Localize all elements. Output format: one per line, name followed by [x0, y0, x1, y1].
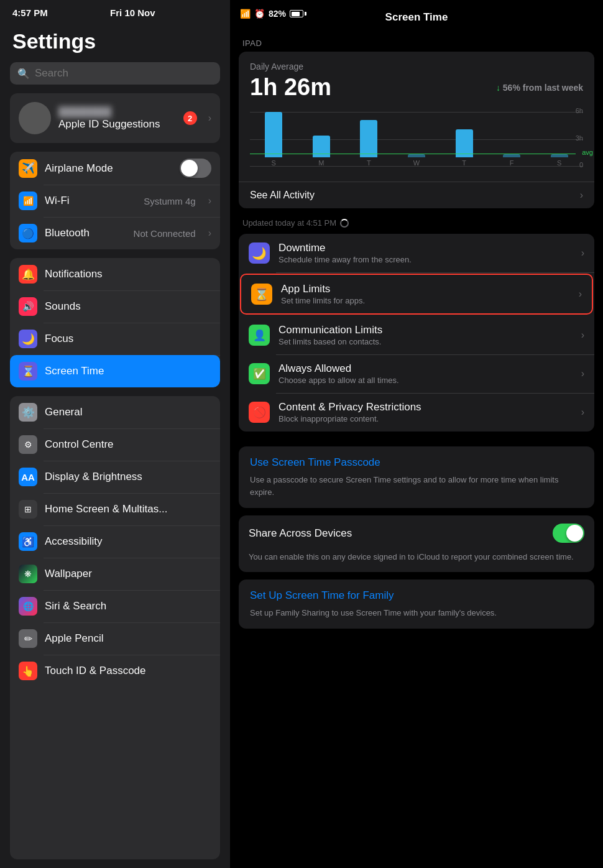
applepencil-icon: ✏	[19, 629, 37, 648]
menu-item-commlimits[interactable]: 👤 Communication Limits Set limits based …	[239, 316, 594, 354]
day-label-m: M	[318, 159, 324, 167]
alwaysallowed-subtitle: Choose apps to allow at all times.	[278, 376, 573, 385]
bar-wednesday-fill	[408, 154, 425, 157]
notifications-icon: 🔔	[19, 265, 37, 284]
day-label-t2: T	[462, 159, 466, 167]
downtime-icon: 🌙	[249, 242, 270, 264]
general-section: ⚙️ General ⚙ Control Centre AA Display &…	[10, 396, 220, 859]
screentime-options-card: 🌙 Downtime Schedule time away from the s…	[239, 234, 594, 432]
bar-monday: M	[313, 112, 330, 167]
touchid-icon: 👆	[19, 662, 37, 680]
loading-spinner	[340, 219, 349, 228]
passcode-label: Use Screen Time Passcode	[250, 456, 583, 469]
battery-icon	[290, 10, 306, 17]
sidebar-item-sirisearch[interactable]: 🌐 Siri & Search	[10, 590, 220, 622]
sidebar-item-sounds[interactable]: 🔊 Sounds	[10, 290, 220, 323]
sidebar-item-wallpaper[interactable]: ❋ Wallpaper	[10, 558, 220, 590]
bar-saturday: S	[551, 112, 568, 167]
sidebar-item-displaybrightness[interactable]: AA Display & Brightness	[10, 461, 220, 493]
sidebar-item-focus[interactable]: 🌙 Focus	[10, 323, 220, 355]
search-bar[interactable]: 🔍	[10, 62, 220, 85]
airplane-toggle[interactable]	[180, 159, 211, 178]
displaybrightness-label: Display & Brightness	[45, 471, 211, 483]
share-toggle[interactable]	[553, 524, 584, 543]
daily-avg-label: Daily Average	[250, 62, 583, 72]
menu-item-downtime[interactable]: 🌙 Downtime Schedule time away from the s…	[239, 234, 594, 272]
ipad-section-label: IPAD	[230, 39, 603, 52]
day-label-s1: S	[272, 159, 276, 167]
see-all-activity-btn[interactable]: See All Activity ›	[239, 182, 594, 208]
day-label-f: F	[510, 159, 514, 167]
applimits-subtitle: Set time limits for apps.	[281, 296, 570, 305]
daily-avg-time: 1h 26m ↓ 56% from last week	[250, 74, 583, 101]
sidebar-item-bluetooth[interactable]: 🔵 Bluetooth Not Connected ›	[10, 217, 220, 249]
contentprivacy-title: Content & Privacy Restrictions	[278, 401, 573, 413]
passcode-card[interactable]: Use Screen Time Passcode Use a passcode …	[239, 446, 594, 508]
app-limits-highlighted[interactable]: ⌛ App Limits Set time limits for apps. ›	[240, 274, 593, 315]
apple-id-badge: 2	[183, 111, 197, 125]
apple-id-info: ████████ Apple ID Suggestions	[58, 106, 176, 131]
downtime-text: Downtime Schedule time away from the scr…	[278, 242, 573, 264]
bar-saturday-fill	[551, 154, 568, 157]
search-input[interactable]	[35, 67, 213, 80]
bar-wednesday: W	[408, 112, 425, 167]
apple-id-card[interactable]: ████████ Apple ID Suggestions 2 ›	[10, 93, 220, 143]
focus-label: Focus	[45, 333, 211, 345]
sidebar-item-wifi[interactable]: 📶 Wi-Fi Systumm 4g ›	[10, 185, 220, 217]
sidebar-item-controlcentre[interactable]: ⚙ Control Centre	[10, 428, 220, 461]
touchid-label: Touch ID & Passcode	[45, 665, 211, 677]
status-bar: 4:57 PM Fri 10 Nov	[0, 0, 230, 23]
sidebar-item-homescreen[interactable]: ⊞ Home Screen & Multitas...	[10, 493, 220, 525]
share-across-devices-card: Share Across Devices You can enable this…	[239, 515, 594, 572]
airplane-icon: ✈️	[19, 159, 37, 178]
contentprivacy-icon: 🚫	[249, 402, 270, 423]
passcode-desc: Use a passcode to secure Screen Time set…	[250, 474, 583, 498]
share-title: Share Across Devices	[249, 527, 553, 540]
menu-item-applimits[interactable]: ⌛ App Limits Set time limits for apps. ›	[241, 275, 592, 313]
day-label-w: W	[413, 159, 420, 167]
change-arrow: ↓	[496, 83, 500, 93]
settings-title: Settings	[0, 23, 230, 62]
avatar	[19, 102, 51, 134]
downtime-subtitle: Schedule time away from the screen.	[278, 255, 573, 264]
date-display: Fri 10 Nov	[110, 7, 155, 18]
general-icon: ⚙️	[19, 403, 37, 422]
battery-text: 82%	[269, 9, 286, 19]
menu-item-contentprivacy[interactable]: 🚫 Content & Privacy Restrictions Block i…	[239, 393, 594, 432]
chart-bars: S M T W T	[250, 112, 583, 167]
change-text: 56% from last week	[503, 83, 583, 93]
airplane-label: Airplane Mode	[45, 162, 172, 175]
sidebar-item-accessibility[interactable]: ♿ Accessibility	[10, 525, 220, 558]
toggle-knob	[566, 525, 583, 542]
sidebar-item-touchid[interactable]: 👆 Touch ID & Passcode	[10, 655, 220, 687]
apple-id-name: ████████	[58, 106, 176, 117]
homescreen-icon: ⊞	[19, 500, 37, 519]
family-card[interactable]: Set Up Screen Time for Family Set up Fam…	[239, 579, 594, 629]
sidebar-item-airplane[interactable]: ✈️ Airplane Mode	[10, 152, 220, 185]
day-label-t1: T	[367, 159, 371, 167]
search-icon: 🔍	[17, 68, 30, 80]
sidebar-item-notifications[interactable]: 🔔 Notifications	[10, 258, 220, 290]
system-section: 🔔 Notifications 🔊 Sounds 🌙 Focus ⌛ Scree…	[10, 258, 220, 387]
menu-item-alwaysallowed[interactable]: ✅ Always Allowed Choose apps to allow at…	[239, 354, 594, 393]
bar-thursday: T	[456, 112, 473, 167]
sidebar-item-applepencil[interactable]: ✏ Apple Pencil	[10, 622, 220, 655]
alwaysallowed-title: Always Allowed	[278, 362, 573, 375]
share-across-row: Share Across Devices	[239, 515, 594, 551]
applimits-chevron: ›	[579, 289, 582, 300]
alwaysallowed-chevron: ›	[581, 368, 584, 379]
sounds-icon: 🔊	[19, 297, 37, 316]
bluetooth-label: Bluetooth	[45, 227, 126, 239]
general-label: General	[45, 406, 211, 418]
avg-label: avg	[582, 149, 593, 156]
bluetooth-chevron: ›	[208, 228, 211, 239]
sidebar-item-screentime[interactable]: ⌛ Screen Time	[10, 355, 220, 387]
applimits-text: App Limits Set time limits for apps.	[281, 283, 570, 305]
displaybrightness-icon: AA	[19, 468, 37, 486]
sidebar-item-general[interactable]: ⚙️ General	[10, 396, 220, 428]
family-desc: Set up Family Sharing to use Screen Time…	[250, 607, 583, 619]
wifi-icon: 📶	[19, 192, 37, 210]
family-label: Set Up Screen Time for Family	[250, 589, 583, 602]
contentprivacy-chevron: ›	[581, 407, 584, 418]
commlimits-title: Communication Limits	[278, 324, 573, 336]
